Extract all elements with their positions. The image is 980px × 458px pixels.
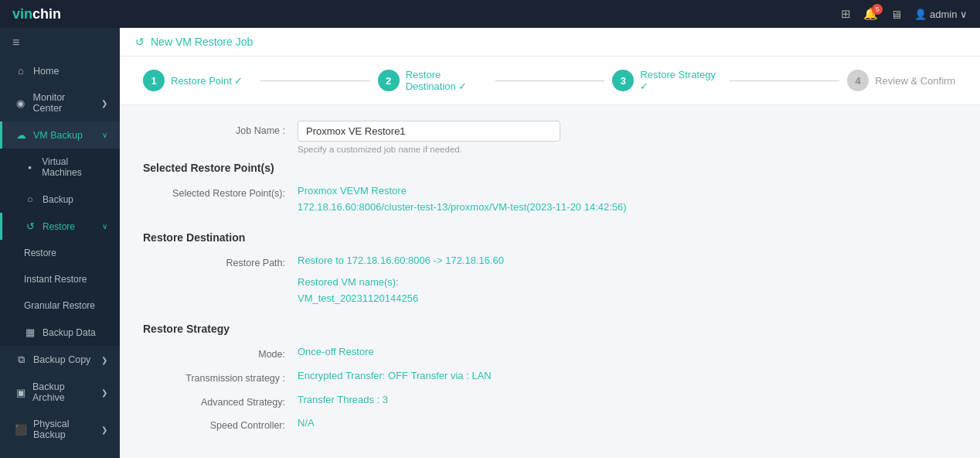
sidebar-label-restore-sub: Restore <box>24 248 56 258</box>
page-header-icon: ↺ <box>135 36 145 48</box>
sidebar-item-vmbackup[interactable]: ☁ VM Backup ∨ <box>0 121 120 149</box>
advanced-row: Advanced Strategy: Transfer Threads : 3 <box>143 392 957 408</box>
main-content: ↺ New VM Restore Job 1 Restore Point ✓ 2… <box>120 28 980 458</box>
chevron-right-icon-archive: ❯ <box>101 388 107 397</box>
sidebar-item-backup-archive[interactable]: ▣ Backup Archive ❯ <box>0 374 120 411</box>
home-icon: ⌂ <box>15 65 27 77</box>
restore-path-row: Restore Path: Restore to 172.18.16.60:80… <box>143 253 957 307</box>
restore-points-value: Proxmox VEVM Restore 172.18.16.60:8006/c… <box>298 183 957 216</box>
content-area: Job Name : Specify a customized job name… <box>120 105 980 458</box>
sidebar-label-restore: Restore <box>43 221 75 232</box>
transmission-value: Encrypted Transfer: OFF Transfer via : L… <box>298 368 957 385</box>
step-label-3: Restore Strategy ✓ <box>640 69 722 92</box>
step-divider-2 <box>495 80 605 81</box>
backup-data-icon: ▦ <box>24 326 36 338</box>
restore-path-value: Restore to 172.18.16.60:8006 -> 172.18.1… <box>298 253 957 307</box>
restore-strategy-section: Restore Strategy Mode: Once-off Restore … <box>143 323 957 432</box>
chevron-down-icon-restore: ∨ <box>102 222 107 231</box>
sidebar-item-granular-restore[interactable]: Granular Restore <box>0 292 120 319</box>
topbar: vinchin ⊞ 🔔 5 🖥 👤 admin ∨ <box>0 0 980 28</box>
chevron-right-icon-copy: ❯ <box>101 356 107 364</box>
advanced-value: Transfer Threads : 3 <box>298 392 957 408</box>
step-label-2: Restore Destination ✓ <box>406 69 488 92</box>
chevron-right-icon: ❯ <box>101 99 107 108</box>
step-3: 3 Restore Strategy ✓ <box>612 69 722 92</box>
step-label-4: Review & Confirm <box>875 75 955 87</box>
backup-copy-icon: ⧉ <box>15 354 27 366</box>
sidebar-item-home[interactable]: ⌂ Home <box>0 57 120 84</box>
sidebar-item-backup-data[interactable]: ▦ Backup Data <box>0 319 120 346</box>
speed-label: Speed Controller: <box>143 415 298 431</box>
sidebar-toggle[interactable]: ≡ <box>0 28 120 57</box>
user-menu[interactable]: 👤 admin ∨ <box>914 9 968 20</box>
bell-icon[interactable]: 🔔 5 <box>863 7 878 21</box>
step-divider-1 <box>260 80 370 81</box>
steps-bar: 1 Restore Point ✓ 2 Restore Destination … <box>120 56 980 105</box>
sidebar-label-vms: Virtual Machines <box>42 156 107 178</box>
sidebar-label-backup-data: Backup Data <box>43 327 96 338</box>
job-name-label: Job Name : <box>143 121 298 136</box>
bell-badge: 5 <box>872 4 883 15</box>
page-header: ↺ New VM Restore Job <box>120 28 980 56</box>
sidebar-item-restore[interactable]: ↺ Restore ∨ <box>0 213 120 240</box>
restore-destination-title: Restore Destination <box>143 231 957 244</box>
job-name-input[interactable] <box>298 121 560 142</box>
restore-path-label: Restore Path: <box>143 253 298 268</box>
job-name-value: Specify a customized job name if needed. <box>298 121 957 154</box>
step-circle-2: 2 <box>378 70 400 91</box>
sidebar-item-backup[interactable]: ○ Backup <box>0 186 120 213</box>
logo: vinchin <box>12 6 61 22</box>
restore-path-text: Restore to 172.18.16.60:8006 -> 172.18.1… <box>298 253 957 269</box>
sidebar-item-restore-sub[interactable]: Restore <box>0 240 120 266</box>
job-name-row: Job Name : Specify a customized job name… <box>143 121 957 154</box>
restore-submenu: Restore Instant Restore Granular Restore <box>0 240 120 319</box>
sidebar-item-backup-copy[interactable]: ⧉ Backup Copy ❯ <box>0 346 120 374</box>
backup-archive-icon: ▣ <box>15 387 26 398</box>
transmission-label: Transmission strategy : <box>143 368 298 384</box>
sidebar-label-backup-archive: Backup Archive <box>32 381 95 403</box>
sidebar-item-nas-backup[interactable]: ⊞ NAS Backup ❯ <box>0 448 120 458</box>
transmission-row: Transmission strategy : Encrypted Transf… <box>143 368 957 385</box>
speed-value: N/A <box>298 415 957 432</box>
grid-icon[interactable]: ⊞ <box>841 7 851 21</box>
sidebar-label-home: Home <box>33 66 59 77</box>
step-1: 1 Restore Point ✓ <box>143 70 253 91</box>
restore-destination-section: Restore Destination Restore Path: Restor… <box>143 231 957 307</box>
topbar-right: ⊞ 🔔 5 🖥 👤 admin ∨ <box>841 7 968 21</box>
restore-points-line1: Proxmox VEVM Restore <box>298 183 957 200</box>
sidebar-label-monitor: Monitor Center <box>33 92 95 114</box>
speed-row: Speed Controller: N/A <box>143 415 957 432</box>
vm-icon: ▪ <box>24 162 36 173</box>
sidebar-label-backup: Backup <box>43 194 73 205</box>
vmbackup-icon: ☁ <box>15 129 27 141</box>
sidebar-label-vmbackup: VM Backup <box>33 130 83 141</box>
sidebar-item-instant-restore[interactable]: Instant Restore <box>0 266 120 292</box>
mode-label: Mode: <box>143 344 298 360</box>
chevron-down-icon: ∨ <box>102 131 107 139</box>
sidebar-label-physical-backup: Physical Backup <box>33 419 95 440</box>
sidebar-label-backup-copy: Backup Copy <box>33 354 90 365</box>
restore-points-title: Selected Restore Point(s) <box>143 162 957 174</box>
restore-strategy-title: Restore Strategy <box>143 323 957 335</box>
step-circle-1: 1 <box>143 70 165 91</box>
monitor-icon[interactable]: 🖥 <box>890 8 902 21</box>
sidebar-item-physical-backup[interactable]: ⬛ Physical Backup ❯ <box>0 411 120 448</box>
step-circle-4: 4 <box>847 70 869 91</box>
sidebar-label-granular: Granular Restore <box>24 300 95 311</box>
restore-points-row: Selected Restore Point(s): Proxmox VEVM … <box>143 183 957 216</box>
job-name-hint: Specify a customized job name if needed. <box>298 145 957 154</box>
restore-points-section: Selected Restore Point(s) Selected Resto… <box>143 162 957 216</box>
sidebar: ≡ ⌂ Home ◉ Monitor Center ❯ ☁ VM Backup … <box>0 28 120 458</box>
vm-name-label: Restored VM name(s): <box>298 275 957 291</box>
step-divider-3 <box>730 80 839 81</box>
mode-row: Mode: Once-off Restore <box>143 344 957 361</box>
logo-vin: vin <box>12 6 32 22</box>
step-2: 2 Restore Destination ✓ <box>378 69 488 92</box>
sidebar-item-monitor[interactable]: ◉ Monitor Center ❯ <box>0 84 120 121</box>
backup-icon: ○ <box>24 193 36 205</box>
user-label: admin <box>930 9 957 20</box>
advanced-label: Advanced Strategy: <box>143 392 298 408</box>
sidebar-item-virtual-machines[interactable]: ▪ Virtual Machines <box>0 149 120 186</box>
monitor-center-icon: ◉ <box>15 97 27 109</box>
step-circle-3: 3 <box>612 70 634 91</box>
